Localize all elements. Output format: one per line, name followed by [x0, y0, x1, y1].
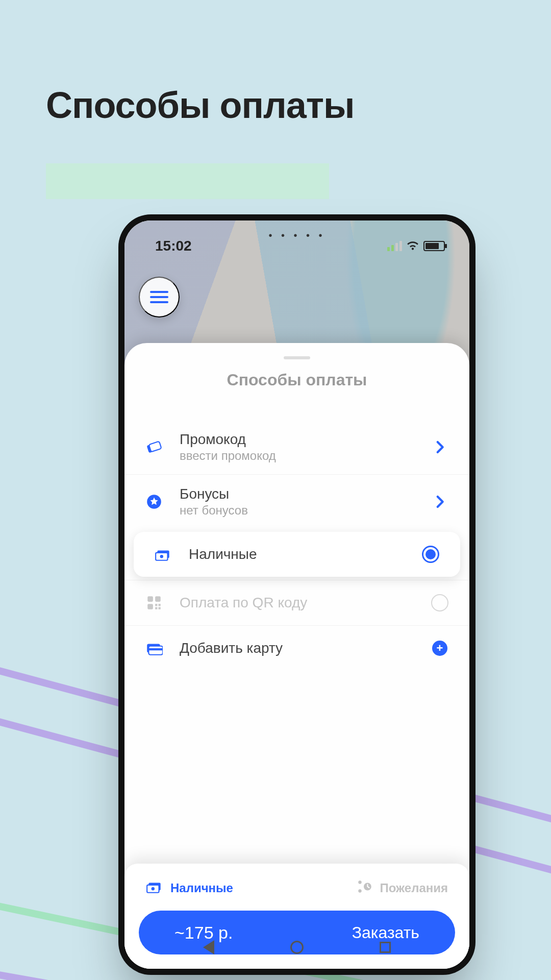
cash-icon — [152, 543, 174, 566]
wishes-icon — [356, 878, 373, 898]
footer-payment-method[interactable]: Наличные — [146, 878, 233, 898]
svg-point-19 — [358, 880, 361, 884]
row-add-card[interactable]: Добавить карту + — [124, 625, 469, 671]
device-screen: • • • • • 15:02 Способы оплаты — [124, 220, 469, 969]
cash-icon — [146, 878, 163, 898]
row-title: Наличные — [189, 546, 405, 562]
svg-rect-12 — [159, 607, 161, 609]
footer-cash-label: Наличные — [170, 881, 233, 895]
status-time: 15:02 — [155, 238, 192, 254]
svg-rect-9 — [155, 604, 157, 606]
device-frame: • • • • • 15:02 Способы оплаты — [118, 214, 475, 975]
plus-icon[interactable]: + — [429, 637, 451, 659]
menu-button[interactable] — [139, 277, 180, 317]
radio-unselected[interactable] — [429, 592, 451, 614]
battery-icon — [423, 241, 445, 251]
signal-icon — [387, 241, 402, 251]
svg-rect-11 — [155, 607, 157, 609]
promo-icon — [143, 436, 165, 458]
svg-rect-7 — [155, 596, 161, 602]
payment-sheet: Способы оплаты Промокод ввести промокод — [124, 343, 469, 969]
row-title: Промокод — [180, 431, 414, 448]
svg-rect-6 — [147, 596, 153, 602]
star-icon — [143, 491, 165, 513]
svg-rect-1 — [149, 442, 162, 452]
svg-rect-10 — [159, 604, 161, 606]
chevron-right-icon — [429, 436, 451, 458]
page-title: Способы оплаты — [46, 84, 355, 126]
footer-wishes[interactable]: Пожелания — [356, 878, 448, 898]
qr-icon — [143, 592, 165, 614]
chevron-right-icon — [429, 491, 451, 513]
nav-back-icon[interactable] — [203, 940, 214, 954]
row-promocode[interactable]: Промокод ввести промокод — [124, 420, 469, 474]
wifi-icon — [406, 238, 419, 254]
sheet-title: Способы оплаты — [124, 371, 469, 389]
status-bar: 15:02 — [124, 232, 469, 260]
status-right — [387, 238, 445, 254]
svg-point-5 — [160, 555, 163, 558]
svg-point-20 — [358, 889, 361, 892]
decor-highlight-bar — [46, 163, 329, 199]
row-qr[interactable]: Оплата по QR коду — [124, 580, 469, 625]
row-subtitle: ввести промокод — [180, 449, 414, 463]
row-bonuses[interactable]: Бонусы нет бонусов — [124, 474, 469, 529]
svg-rect-8 — [147, 604, 153, 609]
row-title: Бонусы — [180, 486, 414, 502]
card-icon — [143, 637, 165, 659]
row-cash[interactable]: Наличные — [134, 532, 460, 577]
svg-rect-15 — [148, 648, 163, 650]
nav-home-icon[interactable] — [290, 941, 304, 954]
row-title: Оплата по QR коду — [180, 595, 414, 611]
svg-point-18 — [152, 887, 155, 890]
drag-handle[interactable] — [284, 356, 310, 359]
android-navbar — [124, 932, 469, 963]
nav-recent-icon[interactable] — [380, 942, 391, 953]
row-title: Добавить карту — [180, 640, 414, 656]
row-subtitle: нет бонусов — [180, 503, 414, 518]
footer-wishes-label: Пожелания — [380, 881, 448, 895]
radio-selected[interactable] — [419, 543, 442, 566]
